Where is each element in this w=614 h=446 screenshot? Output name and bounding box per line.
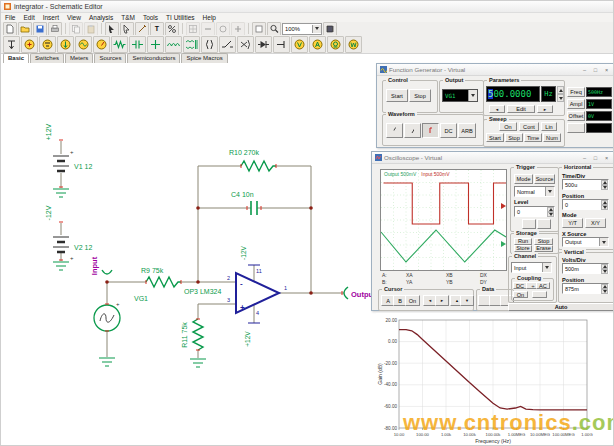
fg-prev-digit-button[interactable]: ◄	[489, 105, 505, 113]
circle-tool-icon[interactable]	[216, 22, 230, 36]
square-wave-button[interactable]	[422, 123, 439, 138]
auto-button[interactable]: Auto	[508, 303, 614, 311]
minimize-icon[interactable]: –	[580, 66, 589, 74]
battery-icon[interactable]	[39, 36, 56, 53]
ic-chip-icon[interactable]	[323, 22, 337, 36]
sweep-lin-button[interactable]: Lin	[541, 122, 557, 131]
channel-on-button[interactable]: On	[513, 291, 528, 298]
menu-edit[interactable]: Edit	[19, 14, 38, 21]
zoom-in-icon[interactable]	[231, 22, 245, 36]
tab-spice-macros[interactable]: Spice Macros	[181, 53, 227, 63]
zoom-out-icon[interactable]	[201, 22, 215, 36]
storage-stop-button[interactable]: Stop	[534, 238, 553, 245]
trigger-source-button[interactable]: Source	[534, 174, 555, 184]
cursor-on-button[interactable]: On	[405, 295, 420, 306]
transformer-icon[interactable]	[183, 36, 200, 53]
close-icon[interactable]: ×	[602, 154, 611, 162]
mode-xy-button[interactable]: X/Y	[585, 218, 606, 228]
tab-sources[interactable]: Sources	[94, 53, 126, 63]
v-position-spinbox[interactable]: 875m	[562, 283, 609, 294]
menu-t-m[interactable]: T&M	[117, 14, 139, 21]
scale-tool-icon[interactable]	[165, 22, 179, 36]
trigger-mode-combo[interactable]: Normal	[514, 186, 555, 197]
dc-wave-button[interactable]: DC	[440, 123, 457, 138]
switch-icon[interactable]	[219, 36, 236, 53]
fg-frequency-display[interactable]: 500.0000	[486, 86, 540, 102]
zoom-level-combo[interactable]: 100%	[282, 23, 322, 35]
tab-meters[interactable]: Meters	[65, 53, 93, 63]
generator-vg1[interactable]	[94, 305, 120, 331]
grid-icon[interactable]	[186, 22, 200, 36]
close-icon[interactable]: ×	[602, 66, 611, 74]
resistor-r11[interactable]	[193, 319, 203, 350]
fg-edit-button[interactable]: Edit	[507, 105, 535, 113]
menu-analysis[interactable]: Analysis	[85, 14, 117, 21]
coupling-dc-button[interactable]: DC	[513, 282, 527, 289]
sweep-cont-button[interactable]: Cont	[519, 122, 539, 131]
ampl-readout-button[interactable]: Ampl	[567, 99, 585, 109]
battery-v1[interactable]	[53, 156, 69, 171]
rising-edge-icon[interactable]	[522, 219, 536, 229]
fg-unit-spinner[interactable]	[557, 86, 564, 102]
sweep-on-button[interactable]: On	[499, 122, 517, 131]
trigger-mode-dropdown-icon[interactable]	[545, 187, 554, 196]
h-position-spinbox[interactable]: 0	[562, 199, 609, 210]
menu-view[interactable]: View	[63, 14, 85, 21]
output-terminal[interactable]	[344, 287, 348, 299]
arb-wave-button[interactable]: ARB	[458, 123, 476, 138]
relay-icon[interactable]	[237, 36, 254, 53]
ohmmeter-icon[interactable]	[327, 36, 344, 53]
select-alt-icon[interactable]	[120, 22, 134, 36]
zoom-dropdown-icon[interactable]	[312, 25, 321, 33]
xsource-dropdown-icon[interactable]	[599, 238, 608, 246]
tab-basic[interactable]: Basic	[3, 53, 29, 63]
slope-icon[interactable]	[532, 291, 547, 298]
fg-start-button[interactable]: Start	[386, 89, 408, 102]
menu-file[interactable]: File	[1, 14, 19, 21]
magnifier-icon[interactable]	[267, 22, 281, 36]
fg-stop-button[interactable]: Stop	[409, 89, 431, 102]
pen-icon[interactable]	[135, 22, 149, 36]
sweep-stop-button[interactable]: Stop	[505, 133, 523, 142]
aux-readout-button[interactable]	[567, 123, 585, 133]
copy-icon[interactable]	[69, 22, 83, 36]
generator-icon[interactable]	[75, 36, 92, 53]
sine-wave-button[interactable]	[386, 123, 403, 138]
app-titlebar[interactable]: integrator - Schematic Editor	[1, 1, 613, 13]
fg-next-digit-button[interactable]: ►	[537, 105, 553, 113]
maximize-icon[interactable]: □	[591, 154, 600, 162]
probe-icon[interactable]	[273, 36, 290, 53]
capacitor-c4[interactable]	[251, 201, 257, 215]
sweep-time-button[interactable]: Time	[524, 133, 542, 142]
cursor-right-icon[interactable]: ►	[435, 295, 449, 306]
channel-combo[interactable]: Input	[511, 262, 552, 273]
text-tool-icon[interactable]: T	[150, 22, 164, 36]
fg-output-dropdown-icon[interactable]	[468, 90, 477, 101]
tab-semiconductors[interactable]: Semiconductors	[127, 53, 180, 63]
new-file-icon[interactable]	[3, 22, 17, 36]
resistor-r9[interactable]	[146, 277, 181, 287]
function-generator-titlebar[interactable]: Function Generator - Virtual – □ ×	[377, 64, 614, 76]
save-icon[interactable]	[33, 22, 47, 36]
level-spinbox[interactable]: 0	[514, 206, 555, 217]
storage-store-button[interactable]: Store	[514, 245, 532, 252]
offset-readout-button[interactable]: Offset	[567, 111, 585, 121]
diode-icon[interactable]	[255, 36, 272, 53]
menu-ti-utilities[interactable]: TI Utilities	[162, 14, 199, 21]
battery-v2[interactable]	[53, 237, 69, 252]
fg-output-combo[interactable]: VG1	[442, 89, 478, 102]
select-arrow-icon[interactable]	[105, 22, 119, 36]
wire-tool-icon[interactable]	[3, 36, 20, 53]
channel-dropdown-icon[interactable]	[542, 263, 551, 272]
triangle-wave-button[interactable]	[404, 123, 421, 138]
menu-help[interactable]: Help	[199, 14, 220, 21]
trigger-mode-button[interactable]: Mode	[514, 174, 533, 184]
oscilloscope-titlebar[interactable]: Oscilloscope - Virtual – □ ×	[372, 152, 614, 164]
ammeter-icon[interactable]	[309, 36, 326, 53]
node-icon[interactable]	[147, 36, 164, 53]
voltsdiv-spinbox[interactable]: 500m	[562, 263, 609, 274]
open-file-icon[interactable]	[18, 22, 32, 36]
resistor-icon[interactable]	[111, 36, 128, 53]
voltmeter-icon[interactable]	[291, 36, 308, 53]
minimize-icon[interactable]: –	[580, 154, 589, 162]
